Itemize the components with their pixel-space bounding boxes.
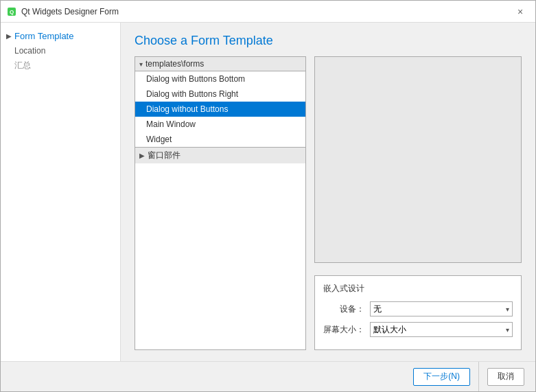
main-body: ▾ templates\forms Dialog with Buttons Bo… — [135, 56, 522, 350]
bottom-bar: 下一步(N) 取消 — [1, 361, 535, 391]
screen-select-arrow-icon: ▾ — [506, 326, 509, 334]
cancel-button[interactable]: 取消 — [487, 368, 524, 386]
sidebar-sub-item-summary[interactable]: 汇总 — [1, 58, 120, 73]
template-subgroup[interactable]: ▶ 窗口部件 — [135, 147, 305, 163]
screen-row: 屏幕大小： 默认大小 ▾ — [323, 322, 513, 337]
screen-select[interactable]: 默认大小 ▾ — [370, 322, 513, 337]
screen-value: 默认大小 — [373, 324, 406, 336]
template-item-main-window[interactable]: Main Window — [135, 117, 305, 132]
template-item-label: Dialog with Buttons Right — [146, 89, 238, 99]
window-title: Qt Widgets Designer Form — [21, 7, 119, 16]
next-button[interactable]: 下一步(N) — [413, 368, 470, 386]
title-bar: Q Qt Widgets Designer Form × — [1, 1, 535, 23]
button-divider — [478, 362, 479, 391]
sidebar-sub-label-summary: 汇总 — [14, 60, 31, 70]
qt-icon: Q — [6, 6, 17, 17]
sidebar: ▶ Form Template Location 汇总 — [1, 23, 121, 361]
expand-arrow-icon: ▶ — [6, 32, 12, 40]
svg-text:Q: Q — [10, 9, 14, 15]
right-section: 嵌入式设计 设备： 无 ▾ 屏幕大小： 默认大小 — [314, 56, 522, 350]
subgroup-chevron-icon: ▶ — [139, 152, 145, 159]
preview-area — [314, 56, 522, 263]
close-icon: × — [517, 6, 523, 17]
header-chevron-icon: ▾ — [139, 60, 143, 68]
sidebar-item-label: Form Template — [14, 31, 73, 41]
device-select[interactable]: 无 ▾ — [370, 301, 513, 316]
window: Q Qt Widgets Designer Form × ▶ Form Temp… — [0, 0, 536, 392]
template-item-label: Widget — [146, 135, 172, 144]
device-value: 无 — [373, 303, 382, 315]
template-item-label: Dialog without Buttons — [146, 104, 228, 114]
device-select-arrow-icon: ▾ — [506, 305, 509, 313]
sidebar-sub-item-location[interactable]: Location — [1, 44, 120, 58]
template-list-area: ▾ templates\forms Dialog with Buttons Bo… — [135, 56, 306, 350]
template-item-dialog-without-buttons[interactable]: Dialog without Buttons — [135, 102, 305, 117]
sidebar-item-form-template[interactable]: ▶ Form Template — [1, 28, 120, 44]
template-item-label: Main Window — [146, 119, 196, 129]
template-list-header[interactable]: ▾ templates\forms — [135, 57, 305, 71]
device-label: 设备： — [323, 303, 364, 315]
screen-label: 屏幕大小： — [323, 324, 364, 336]
template-item-label: Dialog with Buttons Bottom — [146, 74, 245, 84]
title-bar-left: Q Qt Widgets Designer Form — [6, 6, 119, 17]
template-item-dialog-buttons-right[interactable]: Dialog with Buttons Right — [135, 87, 305, 102]
template-item-widget[interactable]: Widget — [135, 132, 305, 147]
embedded-design-title: 嵌入式设计 — [323, 283, 513, 295]
main-panel: Choose a Form Template ▾ templates\forms… — [121, 23, 535, 361]
template-subgroup-label: 窗口部件 — [148, 150, 180, 161]
template-item-dialog-buttons-bottom[interactable]: Dialog with Buttons Bottom — [135, 71, 305, 87]
embedded-design-section: 嵌入式设计 设备： 无 ▾ 屏幕大小： 默认大小 — [314, 275, 522, 350]
device-row: 设备： 无 ▾ — [323, 301, 513, 316]
template-list-header-label: templates\forms — [145, 59, 204, 69]
close-button[interactable]: × — [511, 4, 530, 19]
main-title: Choose a Form Template — [135, 34, 522, 48]
content-area: ▶ Form Template Location 汇总 Choose a For… — [1, 23, 535, 361]
sidebar-sub-label-location: Location — [14, 46, 45, 56]
